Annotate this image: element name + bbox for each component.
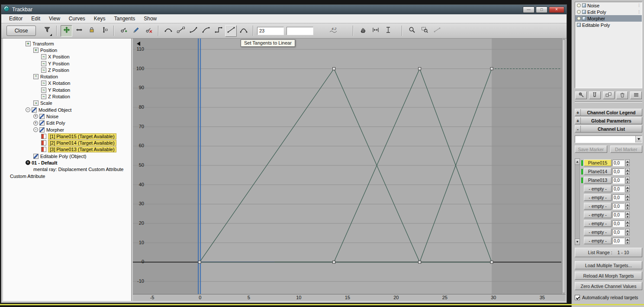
del-marker-button[interactable]: Del Marker xyxy=(610,145,643,153)
rollout-expand-icon[interactable]: + xyxy=(575,109,581,116)
channel-value-field[interactable]: 0,0 xyxy=(612,229,625,236)
key-marker[interactable] xyxy=(333,261,335,263)
fit-value-extents-button[interactable] xyxy=(382,25,394,37)
scroll-down-button[interactable] xyxy=(575,239,580,245)
delete-keys-button[interactable] xyxy=(143,25,155,37)
pan-button[interactable] xyxy=(357,25,369,37)
set-tangents-auto-button[interactable] xyxy=(162,25,174,37)
bulb-icon[interactable] xyxy=(577,16,581,20)
slide-keys-button[interactable] xyxy=(86,25,97,37)
reload-all-morph-targets-button[interactable]: Reload All Morph Targets xyxy=(575,271,642,280)
tree-item[interactable]: +01 - Default xyxy=(3,159,131,166)
menu-show[interactable]: Show xyxy=(139,15,161,23)
morph-channel-button[interactable]: - empty - xyxy=(584,203,612,210)
tree-item[interactable]: °Rotation xyxy=(3,73,131,80)
configure-modifier-sets-button[interactable] xyxy=(630,91,642,99)
scroll-up-button[interactable] xyxy=(575,158,580,165)
spinner-down-button[interactable] xyxy=(625,163,630,166)
expander-icon[interactable]: + xyxy=(33,121,38,126)
key-marker[interactable] xyxy=(419,261,421,263)
spinner-up-button[interactable] xyxy=(625,220,630,223)
spinner-down-button[interactable] xyxy=(625,180,630,184)
spinner-up-button[interactable] xyxy=(625,229,630,232)
key-marker[interactable] xyxy=(198,261,201,263)
modifier-stack[interactable]: Noise⋮Edit Poly⋮MorpherEditable Poly xyxy=(575,2,642,88)
bulb-icon[interactable] xyxy=(577,3,581,7)
tree-item[interactable]: [2] Plane014 (Target Available) xyxy=(3,139,131,146)
channel-value-field[interactable]: 0,0 xyxy=(612,203,625,210)
close-editor-button[interactable]: Close xyxy=(6,26,36,36)
spinner-down-button[interactable] xyxy=(625,197,630,201)
move-keys-horizontal-button[interactable] xyxy=(73,25,85,37)
tree-item[interactable]: ~X Rotation xyxy=(3,80,131,87)
list-range-button[interactable]: List Range : 1 - 10 xyxy=(575,248,642,257)
spinner-down-button[interactable] xyxy=(625,189,630,192)
key-marker[interactable] xyxy=(419,68,421,70)
stack-item-noise[interactable]: Noise⋮ xyxy=(575,2,642,9)
set-tangents-linear-button[interactable] xyxy=(225,25,237,37)
zoom-selected-button[interactable] xyxy=(431,25,443,37)
save-marker-button[interactable]: Save Marker xyxy=(575,145,607,153)
show-end-result-button[interactable] xyxy=(589,91,601,99)
remove-modifier-button[interactable] xyxy=(616,91,628,99)
expander-icon[interactable]: - xyxy=(26,107,30,112)
curve-graph[interactable] xyxy=(133,39,561,294)
tree-item[interactable]: ~Z Rotation xyxy=(3,93,131,100)
set-tangents-custom-button[interactable] xyxy=(175,25,187,37)
morph-channel-button[interactable]: Plane014 xyxy=(584,168,612,175)
morph-channel-button[interactable]: - empty - xyxy=(584,185,612,192)
tree-item[interactable]: ▪Scale xyxy=(3,100,131,107)
close-window-button[interactable]: × xyxy=(549,6,564,13)
spinner-up-button[interactable] xyxy=(625,211,630,215)
spinner-down-button[interactable] xyxy=(625,215,630,218)
tree-item[interactable]: [1] Plane015 (Target Available) xyxy=(3,133,131,139)
rollout-expand-icon[interactable]: + xyxy=(575,117,581,124)
scale-keys-button[interactable] xyxy=(98,25,110,37)
spinner-up-button[interactable] xyxy=(625,177,630,180)
filter-button[interactable] xyxy=(41,25,53,37)
tree-item[interactable]: +Edit Poly xyxy=(3,120,131,126)
add-keys-button[interactable] xyxy=(118,25,129,37)
stack-item-editable-poly[interactable]: Editable Poly xyxy=(575,22,642,28)
spinner-up-button[interactable] xyxy=(625,237,630,241)
spinner-down-button[interactable] xyxy=(625,232,630,236)
zoom-region-button[interactable] xyxy=(419,25,430,37)
move-keys-button[interactable] xyxy=(61,25,72,37)
menu-curves[interactable]: Curves xyxy=(64,15,90,23)
spinner-down-button[interactable] xyxy=(625,241,630,244)
spinner-up-button[interactable] xyxy=(625,194,630,197)
spinner-down-button[interactable] xyxy=(625,206,630,210)
graph-vertical-scrollbar[interactable] xyxy=(561,39,566,294)
morph-channel-button[interactable]: - empty - xyxy=(584,237,612,244)
spinner-up-button[interactable] xyxy=(625,159,630,163)
spinner-down-button[interactable] xyxy=(625,171,630,175)
morph-channel-button[interactable]: - empty - xyxy=(584,220,612,227)
tree-item[interactable]: mental ray: Displacement Custom Attribut… xyxy=(3,166,131,173)
key-marker[interactable] xyxy=(490,68,493,70)
morph-channel-button[interactable]: - empty - xyxy=(584,211,612,218)
menu-tangents[interactable]: Tangents xyxy=(110,15,140,23)
menu-editor[interactable]: Editor xyxy=(5,15,27,23)
stack-item-edit-poly[interactable]: Edit Poly⋮ xyxy=(575,9,642,15)
tree-item[interactable]: +Noise xyxy=(3,113,131,120)
morph-channel-button[interactable]: Plane013 xyxy=(584,177,612,184)
tree-item[interactable]: ~Y Position xyxy=(3,60,131,67)
expander-icon[interactable]: - xyxy=(33,127,38,132)
minimize-button[interactable]: — xyxy=(523,6,535,13)
dropdown-button[interactable] xyxy=(635,136,642,142)
tree-item[interactable]: ~X Position xyxy=(3,54,131,60)
spinner-up-button[interactable] xyxy=(625,185,630,189)
set-tangents-slow-button[interactable] xyxy=(200,25,212,37)
morph-channel-button[interactable]: Plane015 xyxy=(584,159,612,166)
channel-value-field[interactable]: 0,0 xyxy=(612,194,625,201)
channel-value-field[interactable]: 0,0 xyxy=(612,160,625,166)
tree-item[interactable]: -Modified Object xyxy=(3,107,131,113)
fit-horizontal-extents-button[interactable] xyxy=(370,25,381,37)
channel-value-field[interactable]: 0,0 xyxy=(612,212,625,218)
channel-value-field[interactable]: 0,0 xyxy=(612,220,625,227)
channel-value-field[interactable]: 0,0 xyxy=(612,186,625,192)
rollout-global-parameters[interactable]: + Global Parameters xyxy=(575,117,642,124)
spinner-down-button[interactable] xyxy=(625,223,630,227)
tree-item[interactable]: +Position xyxy=(3,47,131,53)
scroll-track[interactable] xyxy=(575,165,580,239)
